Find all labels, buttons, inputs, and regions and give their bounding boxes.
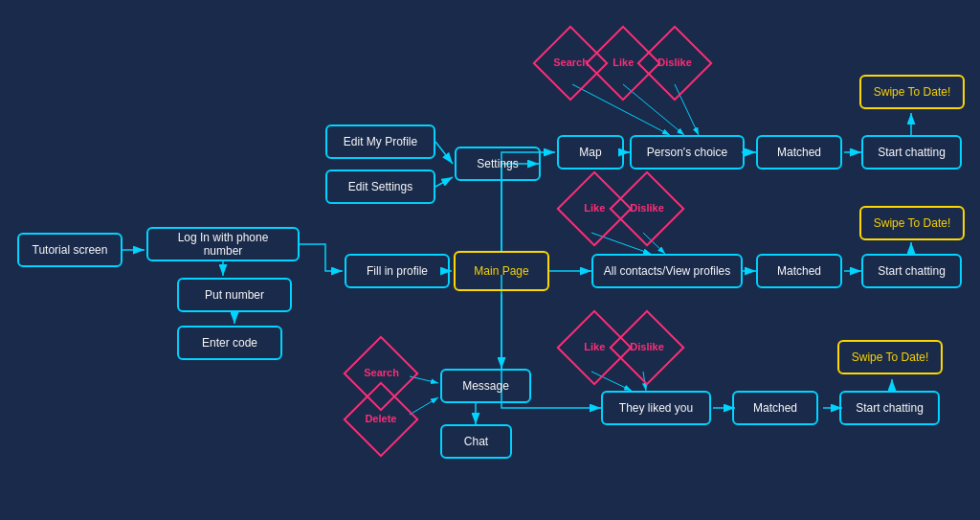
message-node: Message [440, 369, 531, 403]
edit-my-profile-node: Edit My Profile [325, 124, 435, 159]
matched-top-node: Matched [756, 135, 842, 170]
login-phone-node: Log In with phone number [146, 227, 300, 261]
svg-line-7 [435, 177, 453, 187]
persons-choice-node: Person's choice [630, 135, 745, 170]
matched-bot-node: Matched [732, 391, 818, 425]
dislike-bot-diamond: Dislike [620, 321, 674, 374]
all-contacts-node: All contacts/View profiles [591, 254, 743, 288]
fill-in-profile-node: Fill in profile [345, 254, 450, 288]
edit-settings-node: Edit Settings [325, 170, 435, 204]
dislike-mid-diamond: Dislike [620, 182, 674, 236]
main-page-node: Main Page [454, 251, 549, 291]
start-chatting-bot-node: Start chatting [839, 391, 940, 425]
start-chatting-top-node: Start chatting [861, 135, 962, 170]
enter-code-node: Enter code [177, 326, 282, 360]
put-number-node: Put number [177, 278, 292, 312]
swipe-top-node: Swipe To Date! [859, 75, 965, 109]
tutorial-screen-node: Tutorial screen [17, 233, 122, 267]
start-chatting-mid-node: Start chatting [861, 254, 962, 288]
chat-node: Chat [440, 424, 512, 459]
map-node: Map [557, 135, 624, 170]
swipe-bot-node: Swipe To Date! [837, 340, 943, 374]
matched-mid-node: Matched [756, 254, 842, 288]
delete-msg-diamond: Delete [354, 393, 408, 446]
swipe-mid-node: Swipe To Date! [859, 206, 965, 240]
dislike-top-diamond: Dislike [648, 36, 702, 90]
settings-node: Settings [455, 147, 541, 181]
they-liked-you-node: They liked you [601, 391, 711, 425]
diagram: Tutorial screen Log In with phone number… [0, 0, 980, 520]
svg-line-6 [435, 142, 453, 164]
svg-line-29 [410, 397, 438, 415]
